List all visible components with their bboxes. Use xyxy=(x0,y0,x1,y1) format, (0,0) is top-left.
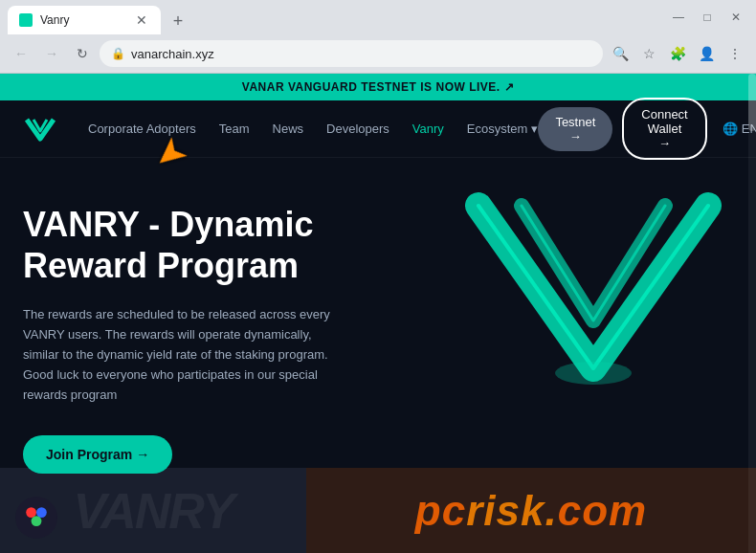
toolbar-icons: 🔍 ☆ 🧩 👤 ⋮ xyxy=(607,40,748,67)
hero-title: VANRY - DynamicReward Program xyxy=(23,204,348,286)
connect-wallet-button[interactable]: Connect Wallet → xyxy=(622,98,706,160)
pcrisk-watermark: pcrisk.com xyxy=(415,487,647,535)
watermark-text: VANRY xyxy=(73,482,233,540)
maximize-button[interactable]: □ xyxy=(695,5,720,30)
menu-icon[interactable]: ⋮ xyxy=(722,40,748,67)
nav-actions: Testnet → Connect Wallet → 🌐 EN ▾ xyxy=(538,98,756,160)
arrow-annotation: ➤ xyxy=(153,131,186,175)
hero-content: VANRY - DynamicReward Program The reward… xyxy=(23,204,348,474)
url-text: vanarchain.xyz xyxy=(131,47,214,61)
announcement-banner[interactable]: VANAR VANGUARD TESTNET IS NOW LIVE. ↗ xyxy=(0,74,756,100)
svg-point-1 xyxy=(26,507,36,518)
refresh-button[interactable]: ↻ xyxy=(69,40,96,67)
watermark-left: VANRY xyxy=(0,468,306,553)
watermark-logo-circle xyxy=(15,497,57,539)
svg-point-2 xyxy=(36,507,47,518)
watermark-right: pcrisk.com xyxy=(306,468,756,553)
website-content: VANAR VANGUARD TESTNET IS NOW LIVE. ↗ Co… xyxy=(0,74,756,553)
security-lock-icon: 🔒 xyxy=(111,47,125,60)
watermark: VANRY pcrisk.com xyxy=(0,468,756,553)
window-controls: — □ ✕ xyxy=(666,5,748,30)
chevron-down-icon: ▾ xyxy=(531,122,538,136)
vanry-hero-icon xyxy=(450,177,737,445)
active-tab[interactable]: Vanry ✕ xyxy=(8,6,161,34)
tab-close-button[interactable]: ✕ xyxy=(134,12,149,28)
nav-ecosystem[interactable]: Ecosystem ▾ xyxy=(467,122,539,136)
back-button[interactable]: ← xyxy=(8,40,34,67)
nav-vanry[interactable]: Vanry xyxy=(412,122,444,136)
scrollbar[interactable] xyxy=(748,74,756,553)
tab-strip: Vanry ✕ + xyxy=(8,0,666,34)
hero-description: The rewards are scheduled to be released… xyxy=(23,305,348,405)
search-icon[interactable]: 🔍 xyxy=(607,40,634,67)
tab-favicon xyxy=(19,13,33,27)
announcement-ext-link-icon: ↗ xyxy=(504,80,515,94)
globe-icon: 🌐 xyxy=(723,122,738,136)
minimize-button[interactable]: — xyxy=(666,5,691,30)
tab-title: Vanry xyxy=(40,13,126,27)
hero-graphic xyxy=(450,177,737,445)
url-box[interactable]: 🔒 vanarchain.xyz xyxy=(100,40,603,67)
profile-icon[interactable]: 👤 xyxy=(693,40,720,67)
nav-logo[interactable] xyxy=(23,112,57,146)
forward-button[interactable]: → xyxy=(38,40,65,67)
close-button[interactable]: ✕ xyxy=(723,5,748,30)
svg-point-3 xyxy=(32,516,42,526)
nav-team[interactable]: Team xyxy=(219,122,250,136)
star-icon[interactable]: ☆ xyxy=(635,40,662,67)
announcement-highlight: NOW LIVE. xyxy=(436,80,500,94)
title-bar: Vanry ✕ + — □ ✕ xyxy=(0,0,756,34)
nav-developers[interactable]: Developers xyxy=(326,122,389,136)
join-program-button[interactable]: Join Program → xyxy=(23,435,172,474)
nav-news[interactable]: News xyxy=(273,122,304,136)
main-nav: Corporate Adopters Team News Developers … xyxy=(0,100,756,158)
browser-chrome: Vanry ✕ + — □ ✕ ← → ↻ 🔒 vanarchain.xyz 🔍… xyxy=(0,0,756,74)
hero-section: VANRY - DynamicReward Program The reward… xyxy=(0,158,756,474)
address-bar: ← → ↻ 🔒 vanarchain.xyz 🔍 ☆ 🧩 👤 ⋮ xyxy=(0,34,756,73)
scrollbar-thumb[interactable] xyxy=(748,74,756,131)
watermark-vanry-icon xyxy=(19,500,54,535)
announcement-text: VANAR VANGUARD TESTNET IS xyxy=(242,80,433,94)
svg-point-0 xyxy=(555,362,632,385)
extension-icon[interactable]: 🧩 xyxy=(664,40,691,67)
testnet-button[interactable]: Testnet → xyxy=(538,107,612,151)
new-tab-button[interactable]: + xyxy=(165,8,191,34)
vanry-logo-icon xyxy=(23,112,57,146)
